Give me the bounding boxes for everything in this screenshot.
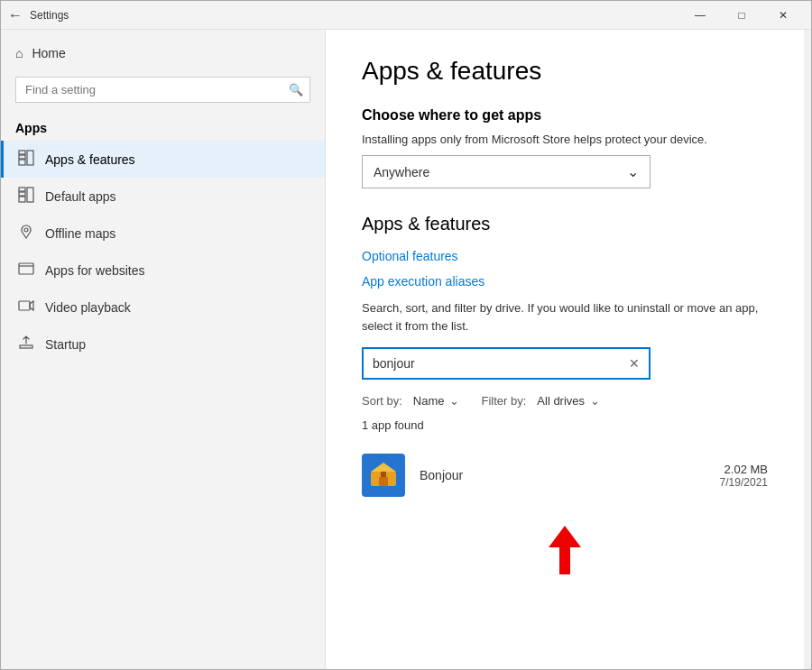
svg-rect-2	[19, 160, 25, 165]
search-icon: 🔍	[289, 83, 303, 96]
minimize-button[interactable]: —	[679, 1, 721, 30]
svg-rect-11	[20, 345, 32, 348]
app-icon	[362, 454, 405, 497]
arrow-indicator	[362, 526, 768, 574]
apps-features-icon	[18, 150, 34, 169]
search-description: Search, sort, and filter by drive. If yo…	[362, 299, 768, 335]
app-date: 7/19/2021	[720, 476, 768, 489]
sidebar-item-video-playback[interactable]: Video playback	[1, 289, 325, 326]
sort-filter-row: Sort by: Name ⌄ Filter by: All drives ⌄	[362, 394, 768, 408]
optional-features-link[interactable]: Optional features	[362, 249, 768, 263]
choose-section: Choose where to get apps Installing apps…	[362, 107, 768, 188]
default-apps-icon	[18, 187, 34, 206]
filter-label: Filter by:	[481, 394, 526, 408]
app-search-wrap: ✕	[362, 347, 651, 380]
app-meta: 2.02 MB 7/19/2021	[720, 463, 768, 489]
offline-maps-icon	[18, 224, 34, 243]
svg-rect-3	[27, 151, 33, 165]
close-button[interactable]: ✕	[762, 1, 804, 30]
titlebar: ← Settings — □ ✕	[1, 1, 811, 30]
sidebar-item-label-apps-features: Apps & features	[45, 152, 135, 167]
sidebar: ⌂ Home 🔍 Apps Apps & features Default ap…	[1, 30, 326, 669]
app-size: 2.02 MB	[720, 463, 768, 476]
search-input[interactable]	[15, 77, 310, 103]
sidebar-item-offline-maps[interactable]: Offline maps	[1, 215, 325, 252]
filter-value: All drives	[537, 394, 585, 408]
main-panel: Apps & features Choose where to get apps…	[326, 30, 804, 669]
settings-window: ← Settings — □ ✕ ⌂ Home 🔍 Apps Apps	[0, 0, 812, 670]
search-box: 🔍	[15, 77, 310, 103]
content-area: ⌂ Home 🔍 Apps Apps & features Default ap…	[1, 30, 811, 669]
apps-features-section: Apps & features Optional features App ex…	[362, 214, 768, 574]
svg-rect-4	[19, 188, 25, 191]
svg-rect-9	[19, 263, 33, 274]
sidebar-item-default-apps[interactable]: Default apps	[1, 178, 325, 215]
startup-icon	[18, 335, 34, 353]
svg-rect-10	[19, 301, 30, 310]
table-row[interactable]: Bonjour 2.02 MB 7/19/2021	[362, 446, 768, 504]
sort-value: Name	[413, 394, 445, 408]
sidebar-home[interactable]: ⌂ Home	[1, 37, 325, 69]
svg-rect-5	[19, 192, 25, 196]
back-icon[interactable]: ←	[8, 7, 23, 23]
sidebar-item-label-offline-maps: Offline maps	[45, 226, 115, 241]
app-name: Bonjour	[420, 468, 706, 482]
sidebar-section-label: Apps	[1, 110, 325, 141]
svg-rect-1	[19, 155, 25, 159]
filter-chevron-icon: ⌄	[590, 394, 600, 408]
video-playback-icon	[18, 298, 34, 317]
sort-by-dropdown[interactable]: Sort by: Name ⌄	[362, 394, 459, 408]
apps-features-heading: Apps & features	[362, 214, 768, 234]
window-controls: — □ ✕	[679, 1, 804, 30]
anywhere-dropdown[interactable]: Anywhere ⌄	[362, 155, 651, 188]
svg-rect-0	[19, 151, 25, 154]
app-execution-link[interactable]: App execution aliases	[362, 274, 768, 289]
sidebar-item-startup[interactable]: Startup	[1, 326, 325, 363]
dropdown-chevron-icon: ⌄	[627, 163, 639, 180]
choose-heading: Choose where to get apps	[362, 107, 768, 124]
svg-rect-7	[27, 188, 33, 202]
home-icon: ⌂	[15, 46, 23, 60]
svg-rect-14	[379, 477, 388, 486]
sidebar-item-label-apps-websites: Apps for websites	[45, 263, 145, 278]
svg-rect-15	[381, 472, 386, 477]
svg-rect-6	[19, 197, 25, 202]
scrollbar[interactable]	[804, 30, 811, 669]
app-search-input[interactable]	[364, 349, 620, 378]
sidebar-item-label-default-apps: Default apps	[45, 189, 116, 204]
sidebar-item-label-startup: Startup	[45, 337, 86, 352]
sort-label: Sort by:	[362, 394, 402, 408]
apps-websites-icon	[18, 261, 34, 280]
choose-description: Installing apps only from Microsoft Stor…	[362, 133, 768, 146]
page-title: Apps & features	[362, 57, 768, 86]
red-up-arrow-icon	[549, 526, 581, 574]
search-clear-button[interactable]: ✕	[620, 351, 649, 376]
sidebar-item-apps-features[interactable]: Apps & features	[1, 141, 325, 178]
sidebar-item-label-video-playback: Video playback	[45, 300, 131, 315]
found-count: 1 app found	[362, 418, 768, 432]
filter-by-dropdown[interactable]: Filter by: All drives ⌄	[481, 394, 600, 408]
svg-point-8	[24, 228, 28, 232]
home-label: Home	[32, 46, 65, 60]
svg-marker-13	[371, 463, 396, 472]
window-title: Settings	[30, 9, 679, 22]
sort-chevron-icon: ⌄	[449, 394, 459, 408]
maximize-button[interactable]: □	[721, 1, 762, 30]
sidebar-item-apps-websites[interactable]: Apps for websites	[1, 252, 325, 289]
dropdown-value: Anywhere	[374, 165, 429, 179]
